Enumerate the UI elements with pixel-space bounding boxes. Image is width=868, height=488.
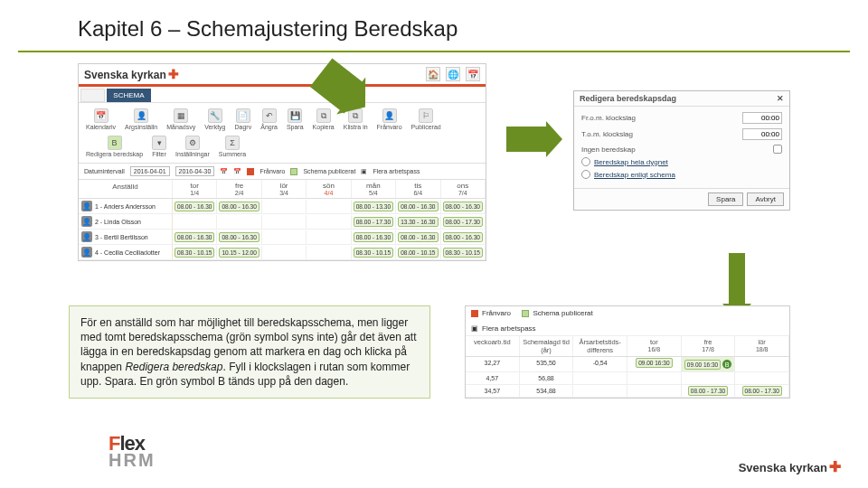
tb-kopiera[interactable]: ⧉Kopiera xyxy=(309,107,338,132)
schedule-cell[interactable]: 08.00 - 16.30 xyxy=(396,200,440,213)
col-d3: lör3/4 xyxy=(262,180,307,198)
col-d1: tor1/4 xyxy=(173,180,217,198)
avatar: 👤 xyxy=(81,201,92,211)
schedule-body: 👤1 - Anders Andersson08.00 - 16.3008.00 … xyxy=(79,199,486,260)
tb-dagrv[interactable]: 📄Dagrv xyxy=(231,107,256,132)
schedule-cell[interactable]: 08.00 - 13.30 xyxy=(352,200,396,213)
whole-radio[interactable] xyxy=(581,157,590,166)
tb-summera[interactable]: ΣSummera xyxy=(215,134,250,159)
tb-spara[interactable]: 💾Spara xyxy=(283,107,307,132)
table-row: 👤3 - Bertil Bertilsson08.00 - 16.3008.00… xyxy=(79,230,486,245)
header-icons: 🏠 🌐 📅 xyxy=(426,67,480,81)
close-icon[interactable]: ✕ xyxy=(777,94,784,103)
tb-args[interactable]: 👤Argsinställn xyxy=(121,107,161,132)
schedule-cell[interactable]: 08.30 - 10.15 xyxy=(352,246,396,259)
tb-redigera-beredskap[interactable]: BRedigera beredskap xyxy=(82,134,146,159)
cal-icon2[interactable]: 📅 xyxy=(233,168,241,175)
tb-install[interactable]: ⚙Inställningar xyxy=(172,134,213,159)
schedule-cell[interactable]: x xyxy=(307,200,351,213)
schedule-cell[interactable]: 13.30 - 16.30 xyxy=(396,215,440,229)
tab-schema[interactable]: SCHEMA xyxy=(107,89,150,102)
schedule-cell[interactable]: 08.00 - 16.30 xyxy=(173,200,217,213)
beredskap-badge: B xyxy=(722,360,731,369)
arrow-to-dialog xyxy=(506,127,550,152)
mini-screenshot: Frånvaro Schema publicerat ▣Flera arbets… xyxy=(465,305,790,399)
legend-schemapub-icon xyxy=(290,168,297,175)
toolbar: 📅Kalendariv 👤Argsinställn ▦Månadsvy 🔧Ver… xyxy=(79,103,486,164)
tb-publicerad[interactable]: ⚐Publicerad xyxy=(408,107,445,132)
schedule-cell[interactable]: x xyxy=(173,215,217,229)
col-d7: ons7/4 xyxy=(441,180,486,198)
schedule-cell[interactable]: 10.15 - 12.00 xyxy=(217,246,261,259)
schedule-cell[interactable]: x xyxy=(307,230,351,244)
mini-legend-green xyxy=(522,310,529,317)
tb-angra[interactable]: ↶Ångra xyxy=(257,107,281,132)
tb-kalender[interactable]: 📅Kalendariv xyxy=(82,107,119,132)
schedule-cell[interactable]: 08.00 - 16.30 xyxy=(396,230,440,244)
schedule-cell[interactable]: 08.30 - 10.15 xyxy=(441,246,486,259)
dialog-redigera-beredskap: Redigera beredskapsdag✕ Fr.o.m. klocksla… xyxy=(573,90,790,211)
save-button[interactable]: Spara xyxy=(708,192,743,206)
schedule-cell[interactable]: x xyxy=(307,215,351,229)
filter-from[interactable]: 2016-04-01 xyxy=(130,166,170,176)
employee-name: 1 - Anders Andersson xyxy=(95,203,156,210)
schedule-cell[interactable]: x xyxy=(262,200,307,213)
schedule-cell[interactable]: 08.00 - 16.30 xyxy=(441,200,486,213)
col-d4: sön4/4 xyxy=(307,180,351,198)
schedule-cell[interactable]: 08.30 - 10.15 xyxy=(173,246,217,259)
mini-row-1: 32,27535,50-0,54 09.00 16:30 09.00 16:30… xyxy=(466,357,789,372)
schedule-cell[interactable]: 08.00 - 16.30 xyxy=(173,230,217,244)
schedule-cell[interactable]: x xyxy=(262,246,307,259)
from-input[interactable] xyxy=(742,112,782,124)
schedule-cell[interactable]: 08.00 - 16.30 xyxy=(217,230,261,244)
employee-name: 2 - Linda Olsson xyxy=(95,219,141,225)
mini-header: veckoarb.tid Schemalagd tid (år) Årsarbe… xyxy=(466,336,789,357)
legend-franvaro-icon xyxy=(247,168,254,175)
globe-icon[interactable]: 🌐 xyxy=(446,67,460,81)
app-main-screenshot: Svenska kyrkan✚ 🏠 🌐 📅 SCHEMA 📅Kalendariv… xyxy=(78,63,486,261)
mini-row-2: 4,5756,88 xyxy=(466,372,789,385)
footer-brand: Svenska kyrkan✚ xyxy=(739,458,841,475)
filterbar: Datumintervall 2016-04-01 2016-04-30 📅 📅… xyxy=(79,164,486,180)
to-input[interactable] xyxy=(742,128,782,140)
schedule-cell[interactable]: x xyxy=(262,230,307,244)
cal-icon[interactable]: 📅 xyxy=(220,168,228,175)
schedule-cell[interactable]: 08.00 - 16.30 xyxy=(441,230,486,244)
tb-manad[interactable]: ▦Månadsvy xyxy=(163,107,199,132)
cancel-button[interactable]: Avbryt xyxy=(747,192,784,206)
home-icon[interactable]: 🏠 xyxy=(426,67,440,81)
tab-empty[interactable] xyxy=(80,89,105,102)
explanation-note: För en anställd som har möjlighet till b… xyxy=(69,305,430,399)
schedule-cell[interactable]: 08.00 - 16.30 xyxy=(217,200,261,213)
page-title: Kapitel 6 – Schemajustering Beredskap xyxy=(0,0,868,51)
schedule-header: Anställd tor1/4 fre2/4 lör3/4 sön4/4 mån… xyxy=(79,180,486,199)
filter-label: Datumintervall xyxy=(84,168,125,174)
table-row: 👤2 - Linda Olssonxxxx08.00 - 17.3013.30 … xyxy=(79,214,486,230)
tb-verktyg[interactable]: 🔧Verktyg xyxy=(201,107,229,132)
divider xyxy=(18,51,850,52)
schedule-cell[interactable]: 08.00 - 10.15 xyxy=(396,246,440,259)
tabbar: SCHEMA xyxy=(79,87,486,103)
sched-radio[interactable] xyxy=(581,170,590,179)
mini-legend-red xyxy=(471,310,478,317)
avatar: 👤 xyxy=(81,247,92,258)
filter-to[interactable]: 2016-04-30 xyxy=(175,166,215,176)
hrm-logo: HRM xyxy=(108,450,156,471)
schedule-cell[interactable]: x xyxy=(307,246,351,259)
app-header: Svenska kyrkan✚ 🏠 🌐 📅 xyxy=(79,64,486,87)
col-d6: tis6/4 xyxy=(396,180,440,198)
calendar-icon[interactable]: 📅 xyxy=(466,67,480,81)
avatar: 👤 xyxy=(81,231,92,242)
table-row: 👤4 - Cecilia Ceciliadotter08.30 - 10.151… xyxy=(79,245,486,260)
none-checkbox[interactable] xyxy=(773,145,782,154)
avatar: 👤 xyxy=(81,216,92,227)
schedule-cell[interactable]: x xyxy=(217,215,261,229)
tb-franvaro[interactable]: 👤Frånvaro xyxy=(373,107,406,132)
schedule-cell[interactable]: 08.00 - 16.30 xyxy=(352,230,396,244)
schedule-cell[interactable]: 08.00 - 17.30 xyxy=(441,215,486,229)
schedule-cell[interactable]: 08.00 - 17.30 xyxy=(352,215,396,229)
tb-filter[interactable]: ▾Filter xyxy=(148,134,170,159)
mini-row-3: 34,57534,88 08.00 - 17.30 08.00 - 17.30 xyxy=(466,385,789,398)
schedule-cell[interactable]: x xyxy=(262,215,307,229)
dialog-title: Redigera beredskapsdag xyxy=(580,94,676,103)
